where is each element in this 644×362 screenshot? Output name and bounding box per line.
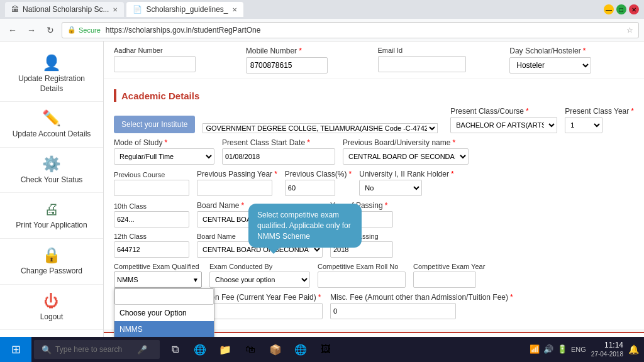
maximize-button[interactable]: □ <box>616 4 626 14</box>
sidebar-item-check-status[interactable]: ⚙️ Check Your Status <box>0 148 103 194</box>
sidebar: 👤 Update RegistrationDetails ✏️ Update A… <box>0 41 104 337</box>
sidebar-item-update-account[interactable]: ✏️ Update Account Details <box>0 102 103 148</box>
start-date-label: Present Class Start Date * <box>222 138 335 147</box>
sidebar-label-change-pwd: Change Password <box>21 266 82 277</box>
reload-button[interactable]: ↻ <box>43 23 58 38</box>
tab-national[interactable]: 🏛 National Scholarship Sc... ✕ <box>5 2 124 17</box>
sidebar-label-update-account: Update Account Details <box>13 129 91 140</box>
academic-section: Academic Details Select your Institute G… <box>104 79 644 329</box>
comp-exam-value: NMMS <box>117 276 192 283</box>
comp-exam-field: Competitive Exam Qualified NMMS ▼ Choose… <box>114 263 202 288</box>
file-explorer-button[interactable]: 📁 <box>213 337 238 362</box>
select-institute-button[interactable]: Select your Institute <box>114 116 195 133</box>
logout-icon: ⏻ <box>44 292 59 310</box>
network-icon[interactable]: 📶 <box>530 344 540 354</box>
bookmark-icon[interactable]: ☆ <box>626 26 633 35</box>
tab2-close[interactable]: ✕ <box>232 6 237 13</box>
clock[interactable]: 11:14 27-04-2018 <box>591 340 623 359</box>
address-bar: ← → ↻ 🔒 Secure https://scholarships.gov.… <box>0 19 644 41</box>
tooltip-bubble: Select competitive exam qualified. Appli… <box>248 204 362 248</box>
comp-exam-row: Competitive Exam Qualified NMMS ▼ Choose… <box>114 263 634 288</box>
misc-fee-input[interactable] <box>330 303 456 319</box>
comp-exam-select[interactable]: NMMS ▼ <box>114 272 202 288</box>
exam-conducted-select[interactable]: Choose your option <box>209 272 310 288</box>
institute-select[interactable]: GOVERNMENT DEGREE COLLGE, TELIAMURA(AISH… <box>203 123 438 133</box>
exam-conducted-field: Exam Conducted By Choose your option <box>209 263 310 288</box>
dropdown-option-nmms[interactable]: NMMS <box>114 321 214 337</box>
mode-select[interactable]: Regular/Full Time <box>114 148 214 165</box>
comp-roll-input[interactable] <box>318 272 406 288</box>
store-button[interactable]: 🛍 <box>238 337 263 362</box>
dayscholar-select[interactable]: Hosteler Day Scholar <box>509 57 591 74</box>
chrome-button[interactable]: 🌐 <box>288 337 313 362</box>
amazon-button[interactable]: 📦 <box>263 337 288 362</box>
photo-button[interactable]: 🖼 <box>313 337 338 362</box>
minimize-button[interactable]: — <box>604 4 614 14</box>
univ-rank-select[interactable]: No Yes <box>359 180 422 196</box>
taskbar-search-input[interactable] <box>55 345 137 354</box>
close-button[interactable]: ✕ <box>629 4 639 14</box>
prev-class-pct-label: Previous Class(%) * <box>285 170 352 178</box>
dropdown-arrow-icon: ▼ <box>192 277 199 283</box>
email-input[interactable] <box>378 56 466 72</box>
lang-label: ENG <box>571 346 586 353</box>
sidebar-label-logout: Logout <box>40 312 64 322</box>
present-year-select[interactable]: 1 2 3 <box>565 117 602 133</box>
present-year-field: Present Class Year * 1 2 3 <box>565 107 634 133</box>
comp-exam-dropdown-popup: Choose your Option NMMS <box>114 288 214 337</box>
prev-course-input[interactable] <box>114 180 189 196</box>
mobile-input[interactable] <box>246 57 328 74</box>
photo-icon: 🖼 <box>321 344 331 355</box>
prev-board-label: Previous Board/University name * <box>343 138 469 147</box>
prev-course-row: Previous Course Previous Passing Year * … <box>114 170 634 196</box>
folder-icon: 📁 <box>219 344 231 356</box>
exam-conducted-label: Exam Conducted By <box>209 263 310 270</box>
prev-course-field: Previous Course <box>114 171 189 196</box>
start-date-input[interactable] <box>222 148 335 165</box>
main-content: Aadhar Number Mobile Number * Email Id <box>104 41 644 337</box>
sidebar-label-check-status: Check Your Status <box>21 175 83 185</box>
comp-year-input[interactable] <box>413 272 476 288</box>
tab1-close[interactable]: ✕ <box>113 6 118 13</box>
mobile-field-group: Mobile Number * <box>246 47 370 74</box>
tuition-fee-input[interactable] <box>197 303 323 319</box>
dropdown-option-choose[interactable]: Choose your Option <box>114 305 214 321</box>
page-content: 👤 Update RegistrationDetails ✏️ Update A… <box>0 41 644 337</box>
back-button[interactable]: ← <box>5 23 20 38</box>
sidebar-item-logout[interactable]: ⏻ Logout <box>0 285 103 331</box>
prev-board-select[interactable]: CENTRAL BOARD OF SECONDARY EDU... <box>343 148 469 165</box>
sidebar-item-print-app[interactable]: 🖨 Print Your Application <box>0 193 103 239</box>
academic-section-header: Academic Details <box>114 89 634 102</box>
edge-icon: 🌐 <box>194 344 206 356</box>
class10-input[interactable] <box>114 211 189 228</box>
mobile-req: * <box>299 47 302 55</box>
sidebar-item-update-reg[interactable]: 👤 Update RegistrationDetails <box>0 47 103 102</box>
sidebar-item-change-pwd[interactable]: 🔒 Change Password <box>0 239 103 285</box>
forward-button[interactable]: → <box>24 23 39 38</box>
tab-guidelines[interactable]: 📄 Scholarship_guidelines_ ✕ <box>126 2 243 17</box>
top-fields-row: Aadhar Number Mobile Number * Email Id <box>104 41 644 79</box>
edge-button[interactable]: 🌐 <box>187 337 213 362</box>
misc-fee-field: Misc. Fee (Amount other than Admission/T… <box>330 293 513 319</box>
prev-class-pct-field: Previous Class(%) * <box>285 170 352 196</box>
taskbar-search-box[interactable]: 🔍 🎤 <box>34 340 160 359</box>
prev-pass-year-input[interactable] <box>197 180 272 196</box>
prev-class-pct-input[interactable] <box>285 180 335 196</box>
window-controls: — □ ✕ <box>604 4 639 14</box>
battery-icon[interactable]: 🔋 <box>557 344 567 354</box>
aadhar-input[interactable] <box>114 56 196 72</box>
start-button[interactable]: ⊞ <box>0 337 31 362</box>
comp-roll-field: Competitive Exam Roll No <box>318 263 406 288</box>
notification-icon[interactable]: 🔔 <box>628 344 639 354</box>
gear-icon: ⚙️ <box>42 155 61 173</box>
class12-input[interactable] <box>114 241 189 258</box>
microphone-icon: 🎤 <box>137 345 147 354</box>
volume-icon[interactable]: 🔊 <box>543 344 553 354</box>
url-bar[interactable]: 🔒 Secure https://scholarships.gov.in/stu… <box>62 22 639 38</box>
email-label: Email Id <box>378 47 502 54</box>
class10-row: 10th Class Board Name * CENTRAL BOARD OF… <box>114 201 634 228</box>
dropdown-search-input[interactable] <box>114 288 214 305</box>
taskview-button[interactable]: ⧉ <box>162 337 187 362</box>
email-field-group: Email Id <box>378 47 502 74</box>
present-class-select[interactable]: BACHELOR OF ARTS(ARTS) <box>450 117 557 133</box>
